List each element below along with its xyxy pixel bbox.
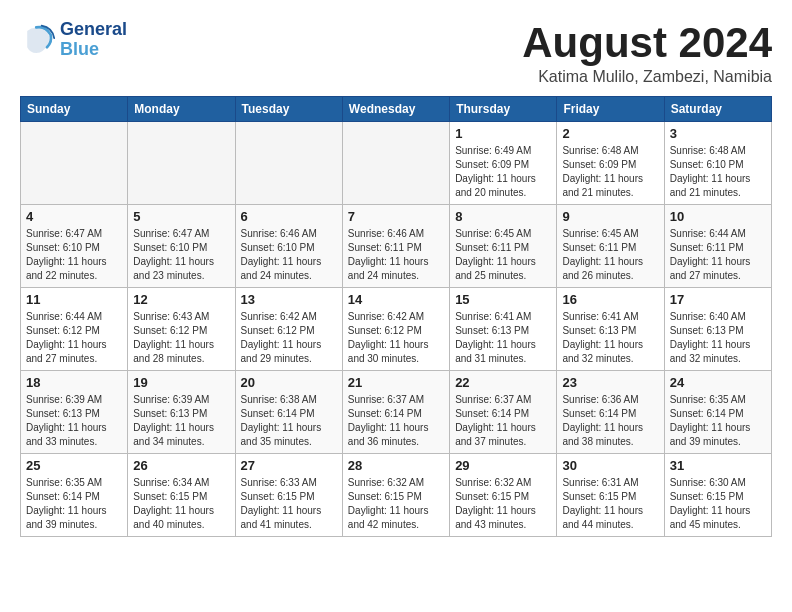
week-row-4: 18Sunrise: 6:39 AM Sunset: 6:13 PM Dayli… xyxy=(21,371,772,454)
day-number: 26 xyxy=(133,458,229,473)
logo-icon xyxy=(20,22,56,58)
column-header-thursday: Thursday xyxy=(450,97,557,122)
day-info: Sunrise: 6:44 AM Sunset: 6:12 PM Dayligh… xyxy=(26,310,122,366)
month-title: August 2024 xyxy=(522,20,772,66)
day-info: Sunrise: 6:33 AM Sunset: 6:15 PM Dayligh… xyxy=(241,476,337,532)
column-header-saturday: Saturday xyxy=(664,97,771,122)
day-info: Sunrise: 6:46 AM Sunset: 6:11 PM Dayligh… xyxy=(348,227,444,283)
day-number: 6 xyxy=(241,209,337,224)
logo: General Blue xyxy=(20,20,127,60)
calendar-cell xyxy=(235,122,342,205)
calendar-cell: 14Sunrise: 6:42 AM Sunset: 6:12 PM Dayli… xyxy=(342,288,449,371)
calendar-cell: 28Sunrise: 6:32 AM Sunset: 6:15 PM Dayli… xyxy=(342,454,449,537)
calendar-cell: 25Sunrise: 6:35 AM Sunset: 6:14 PM Dayli… xyxy=(21,454,128,537)
day-info: Sunrise: 6:32 AM Sunset: 6:15 PM Dayligh… xyxy=(348,476,444,532)
day-number: 27 xyxy=(241,458,337,473)
day-info: Sunrise: 6:36 AM Sunset: 6:14 PM Dayligh… xyxy=(562,393,658,449)
day-info: Sunrise: 6:40 AM Sunset: 6:13 PM Dayligh… xyxy=(670,310,766,366)
column-header-friday: Friday xyxy=(557,97,664,122)
calendar-cell: 11Sunrise: 6:44 AM Sunset: 6:12 PM Dayli… xyxy=(21,288,128,371)
calendar-cell: 6Sunrise: 6:46 AM Sunset: 6:10 PM Daylig… xyxy=(235,205,342,288)
calendar-cell: 3Sunrise: 6:48 AM Sunset: 6:10 PM Daylig… xyxy=(664,122,771,205)
calendar-cell: 16Sunrise: 6:41 AM Sunset: 6:13 PM Dayli… xyxy=(557,288,664,371)
day-number: 30 xyxy=(562,458,658,473)
day-number: 13 xyxy=(241,292,337,307)
location-subtitle: Katima Mulilo, Zambezi, Namibia xyxy=(522,68,772,86)
day-info: Sunrise: 6:38 AM Sunset: 6:14 PM Dayligh… xyxy=(241,393,337,449)
day-number: 2 xyxy=(562,126,658,141)
calendar-cell: 2Sunrise: 6:48 AM Sunset: 6:09 PM Daylig… xyxy=(557,122,664,205)
day-info: Sunrise: 6:48 AM Sunset: 6:09 PM Dayligh… xyxy=(562,144,658,200)
day-number: 28 xyxy=(348,458,444,473)
column-header-monday: Monday xyxy=(128,97,235,122)
day-info: Sunrise: 6:48 AM Sunset: 6:10 PM Dayligh… xyxy=(670,144,766,200)
day-number: 5 xyxy=(133,209,229,224)
calendar-cell: 22Sunrise: 6:37 AM Sunset: 6:14 PM Dayli… xyxy=(450,371,557,454)
column-header-tuesday: Tuesday xyxy=(235,97,342,122)
day-number: 24 xyxy=(670,375,766,390)
day-number: 23 xyxy=(562,375,658,390)
day-number: 18 xyxy=(26,375,122,390)
day-info: Sunrise: 6:31 AM Sunset: 6:15 PM Dayligh… xyxy=(562,476,658,532)
calendar-cell: 29Sunrise: 6:32 AM Sunset: 6:15 PM Dayli… xyxy=(450,454,557,537)
day-info: Sunrise: 6:46 AM Sunset: 6:10 PM Dayligh… xyxy=(241,227,337,283)
week-row-3: 11Sunrise: 6:44 AM Sunset: 6:12 PM Dayli… xyxy=(21,288,772,371)
day-info: Sunrise: 6:41 AM Sunset: 6:13 PM Dayligh… xyxy=(562,310,658,366)
day-number: 14 xyxy=(348,292,444,307)
day-number: 7 xyxy=(348,209,444,224)
day-number: 19 xyxy=(133,375,229,390)
calendar-cell: 20Sunrise: 6:38 AM Sunset: 6:14 PM Dayli… xyxy=(235,371,342,454)
day-info: Sunrise: 6:44 AM Sunset: 6:11 PM Dayligh… xyxy=(670,227,766,283)
calendar-cell: 30Sunrise: 6:31 AM Sunset: 6:15 PM Dayli… xyxy=(557,454,664,537)
day-number: 4 xyxy=(26,209,122,224)
day-number: 21 xyxy=(348,375,444,390)
day-number: 16 xyxy=(562,292,658,307)
day-info: Sunrise: 6:45 AM Sunset: 6:11 PM Dayligh… xyxy=(562,227,658,283)
day-info: Sunrise: 6:35 AM Sunset: 6:14 PM Dayligh… xyxy=(670,393,766,449)
calendar-cell: 21Sunrise: 6:37 AM Sunset: 6:14 PM Dayli… xyxy=(342,371,449,454)
calendar-table: SundayMondayTuesdayWednesdayThursdayFrid… xyxy=(20,96,772,537)
title-block: August 2024 Katima Mulilo, Zambezi, Nami… xyxy=(522,20,772,86)
day-info: Sunrise: 6:49 AM Sunset: 6:09 PM Dayligh… xyxy=(455,144,551,200)
column-header-wednesday: Wednesday xyxy=(342,97,449,122)
calendar-cell: 27Sunrise: 6:33 AM Sunset: 6:15 PM Dayli… xyxy=(235,454,342,537)
day-number: 25 xyxy=(26,458,122,473)
calendar-cell: 9Sunrise: 6:45 AM Sunset: 6:11 PM Daylig… xyxy=(557,205,664,288)
calendar-cell: 15Sunrise: 6:41 AM Sunset: 6:13 PM Dayli… xyxy=(450,288,557,371)
day-info: Sunrise: 6:42 AM Sunset: 6:12 PM Dayligh… xyxy=(348,310,444,366)
calendar-cell: 23Sunrise: 6:36 AM Sunset: 6:14 PM Dayli… xyxy=(557,371,664,454)
calendar-cell: 24Sunrise: 6:35 AM Sunset: 6:14 PM Dayli… xyxy=(664,371,771,454)
day-number: 8 xyxy=(455,209,551,224)
day-info: Sunrise: 6:39 AM Sunset: 6:13 PM Dayligh… xyxy=(133,393,229,449)
day-info: Sunrise: 6:30 AM Sunset: 6:15 PM Dayligh… xyxy=(670,476,766,532)
day-info: Sunrise: 6:32 AM Sunset: 6:15 PM Dayligh… xyxy=(455,476,551,532)
day-info: Sunrise: 6:43 AM Sunset: 6:12 PM Dayligh… xyxy=(133,310,229,366)
calendar-cell: 26Sunrise: 6:34 AM Sunset: 6:15 PM Dayli… xyxy=(128,454,235,537)
day-number: 15 xyxy=(455,292,551,307)
calendar-cell: 10Sunrise: 6:44 AM Sunset: 6:11 PM Dayli… xyxy=(664,205,771,288)
day-number: 29 xyxy=(455,458,551,473)
day-number: 31 xyxy=(670,458,766,473)
week-row-1: 1Sunrise: 6:49 AM Sunset: 6:09 PM Daylig… xyxy=(21,122,772,205)
day-info: Sunrise: 6:39 AM Sunset: 6:13 PM Dayligh… xyxy=(26,393,122,449)
day-number: 9 xyxy=(562,209,658,224)
day-info: Sunrise: 6:47 AM Sunset: 6:10 PM Dayligh… xyxy=(26,227,122,283)
calendar-cell: 17Sunrise: 6:40 AM Sunset: 6:13 PM Dayli… xyxy=(664,288,771,371)
day-number: 1 xyxy=(455,126,551,141)
day-info: Sunrise: 6:37 AM Sunset: 6:14 PM Dayligh… xyxy=(455,393,551,449)
calendar-header-row: SundayMondayTuesdayWednesdayThursdayFrid… xyxy=(21,97,772,122)
calendar-cell xyxy=(21,122,128,205)
day-info: Sunrise: 6:42 AM Sunset: 6:12 PM Dayligh… xyxy=(241,310,337,366)
day-info: Sunrise: 6:45 AM Sunset: 6:11 PM Dayligh… xyxy=(455,227,551,283)
week-row-2: 4Sunrise: 6:47 AM Sunset: 6:10 PM Daylig… xyxy=(21,205,772,288)
day-number: 20 xyxy=(241,375,337,390)
day-number: 22 xyxy=(455,375,551,390)
day-number: 11 xyxy=(26,292,122,307)
week-row-5: 25Sunrise: 6:35 AM Sunset: 6:14 PM Dayli… xyxy=(21,454,772,537)
calendar-cell: 31Sunrise: 6:30 AM Sunset: 6:15 PM Dayli… xyxy=(664,454,771,537)
calendar-cell: 5Sunrise: 6:47 AM Sunset: 6:10 PM Daylig… xyxy=(128,205,235,288)
calendar-cell xyxy=(128,122,235,205)
calendar-cell: 18Sunrise: 6:39 AM Sunset: 6:13 PM Dayli… xyxy=(21,371,128,454)
day-info: Sunrise: 6:34 AM Sunset: 6:15 PM Dayligh… xyxy=(133,476,229,532)
calendar-cell: 19Sunrise: 6:39 AM Sunset: 6:13 PM Dayli… xyxy=(128,371,235,454)
